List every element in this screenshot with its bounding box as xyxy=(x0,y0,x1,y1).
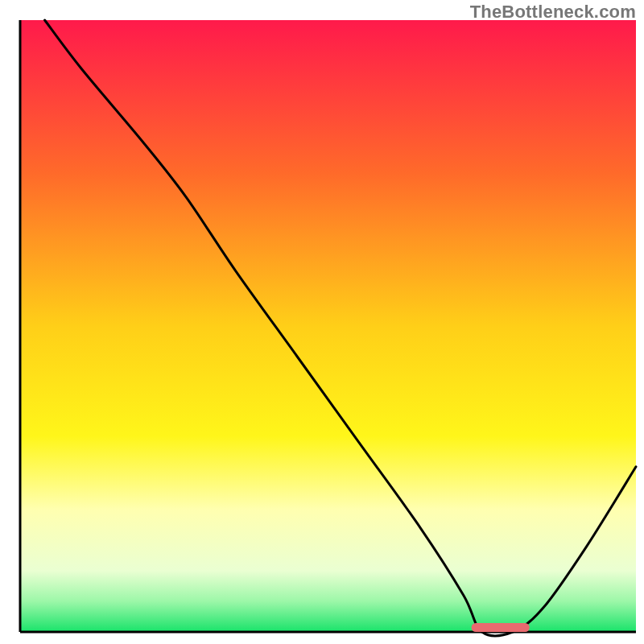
bottleneck-chart: TheBottleneck.com xyxy=(0,0,644,644)
chart-svg xyxy=(0,0,644,644)
plot-background xyxy=(20,20,636,632)
watermark-text: TheBottleneck.com xyxy=(470,2,636,23)
